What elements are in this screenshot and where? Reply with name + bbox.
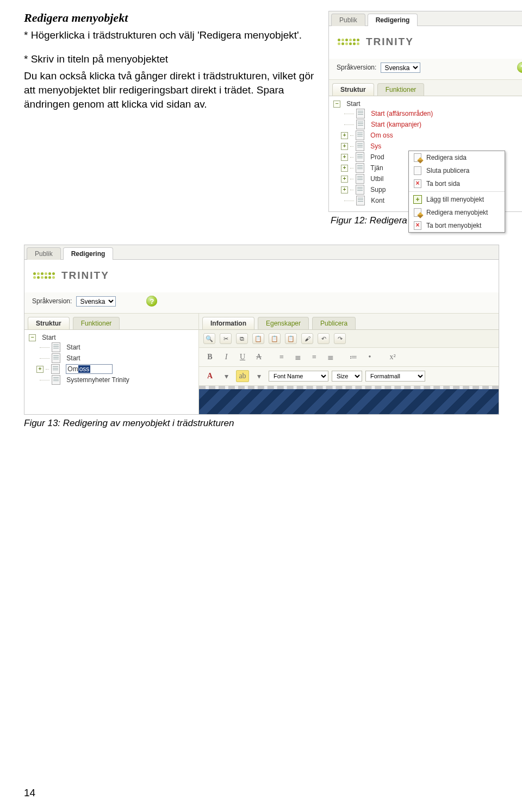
style-select[interactable]: Formatmall xyxy=(365,371,425,382)
tree-utbil[interactable]: Utbil xyxy=(370,175,383,183)
main-tabs-13: Publik Redigering xyxy=(24,245,499,260)
tree-prod[interactable]: Prod xyxy=(370,153,384,161)
undo-icon[interactable]: ↶ xyxy=(318,333,330,344)
section-tabs: Struktur Funktioner xyxy=(329,80,522,96)
sect-tab-funktioner-13[interactable]: Funktioner xyxy=(73,317,120,329)
sect-tab-information[interactable]: Information xyxy=(202,317,254,329)
align-left-icon[interactable]: ≡ xyxy=(275,351,288,363)
sect-tab-funktioner[interactable]: Funktioner xyxy=(377,83,425,96)
help-icon-13[interactable]: ? xyxy=(146,296,157,307)
language-label: Språkversion: xyxy=(337,64,376,71)
add-icon: + xyxy=(413,195,422,204)
tree-start-kamp[interactable]: Start (kampanjer) xyxy=(371,121,421,128)
tree-13-start[interactable]: Start xyxy=(42,334,55,341)
expander-plus-icon[interactable]: + xyxy=(341,186,348,193)
editor-canvas[interactable] xyxy=(199,386,499,414)
ctx-delete-menu[interactable]: Ta bort menyobjekt xyxy=(409,219,505,232)
align-center-icon[interactable]: ≣ xyxy=(291,351,304,363)
language-label-13: Språkversion: xyxy=(32,297,72,305)
find-icon[interactable]: 🔍 xyxy=(203,333,215,344)
font-name-select[interactable]: Font Name xyxy=(269,371,328,382)
cut-icon[interactable]: ✂ xyxy=(220,333,232,344)
sect-tab-egenskaper[interactable]: Egenskaper xyxy=(258,317,309,329)
tree-om[interactable]: Om oss xyxy=(370,132,393,139)
format-row-2: A▾ ab▾ Font Name Size Formatmall xyxy=(199,367,499,386)
ctx-edit-page[interactable]: Redigera sida xyxy=(409,151,505,164)
tab-publik[interactable]: Publik xyxy=(331,14,365,26)
figure-13-panel: Publik Redigering TRINITY Språkversion: … xyxy=(24,245,499,415)
align-justify-icon[interactable]: ≣ xyxy=(324,351,337,363)
tree-view-13[interactable]: − Start Start Start + Om oss Systemnyhet… xyxy=(24,330,198,391)
tree-tjan[interactable]: Tjän xyxy=(370,164,383,172)
expander-minus-icon[interactable]: − xyxy=(29,334,36,341)
strike-button[interactable]: A xyxy=(252,351,265,363)
page-icon xyxy=(356,109,365,118)
page-icon xyxy=(356,185,364,195)
tree-edit-input[interactable]: Om oss xyxy=(66,364,113,374)
copy-icon[interactable]: ⧉ xyxy=(236,333,248,344)
edit-icon xyxy=(414,208,421,217)
font-size-select[interactable]: Size xyxy=(332,371,362,382)
edit-page-icon xyxy=(414,153,421,162)
font-color-button[interactable]: A xyxy=(203,370,216,382)
page-icon xyxy=(356,130,364,140)
redo-icon[interactable]: ↷ xyxy=(334,333,346,344)
underline-button[interactable]: U xyxy=(236,351,249,363)
tab-redigering-13[interactable]: Redigering xyxy=(63,247,114,260)
tree-start[interactable]: Start xyxy=(346,100,360,108)
tree-kont[interactable]: Kont xyxy=(371,197,384,204)
chevron-down-icon[interactable]: ▾ xyxy=(252,370,265,382)
ctx-delete-page[interactable]: Ta bort sida xyxy=(409,177,505,190)
expander-plus-icon[interactable]: + xyxy=(341,143,348,150)
page-icon xyxy=(356,174,364,184)
expander-minus-icon[interactable]: − xyxy=(333,101,340,108)
bold-button[interactable]: B xyxy=(203,351,216,363)
sect-tab-publicera[interactable]: Publicera xyxy=(312,317,356,329)
doc-heading: Redigera menyobjekt xyxy=(24,11,318,25)
page-icon xyxy=(356,196,365,205)
sect-tab-struktur-13[interactable]: Struktur xyxy=(28,317,70,329)
expander-plus-icon[interactable]: + xyxy=(341,154,348,161)
ctx-edit-menu[interactable]: Redigera menyobjekt xyxy=(409,206,505,219)
expander-plus-icon[interactable]: + xyxy=(341,165,348,172)
align-right-icon[interactable]: ≡ xyxy=(308,351,321,363)
tree-sys[interactable]: Sys xyxy=(370,142,381,150)
tab-publik-13[interactable]: Publik xyxy=(27,247,61,260)
figure-13-caption: Figur 13: Redigering av menyobjekt i trä… xyxy=(24,418,498,429)
expander-plus-icon[interactable]: + xyxy=(341,132,348,139)
figure-12-panel: Publik Redigering TRINITY Språkversion: … xyxy=(328,11,522,212)
list-ul-icon[interactable]: • xyxy=(363,351,376,363)
tree-13-sysnews[interactable]: Systemnyheter Trinity xyxy=(66,376,129,384)
chevron-down-icon[interactable]: ▾ xyxy=(220,370,233,382)
language-select[interactable]: Svenska xyxy=(381,63,420,73)
help-icon[interactable]: ? xyxy=(517,62,522,73)
language-select-13[interactable]: Svenska xyxy=(76,296,116,307)
highlight-button[interactable]: ab xyxy=(236,370,249,382)
tree-13-c1[interactable]: Start xyxy=(66,343,80,351)
list-ol-icon[interactable]: ≔ xyxy=(347,351,360,363)
trinity-logo-icon xyxy=(337,32,361,52)
tab-redigering[interactable]: Redigering xyxy=(368,14,418,26)
ctx-add-menu[interactable]: +Lägg till menyobjekt xyxy=(409,193,505,206)
format-paint-icon[interactable]: 🖌 xyxy=(301,333,313,344)
tree-view[interactable]: − Start Start (affärsområden) Start (kam… xyxy=(329,96,522,211)
expander-plus-icon[interactable]: + xyxy=(341,176,348,183)
page-icon xyxy=(356,141,364,151)
tree-start-aff[interactable]: Start (affärsområden) xyxy=(371,110,433,117)
page-icon xyxy=(356,163,364,173)
paste-word-icon[interactable]: 📋 xyxy=(285,333,297,344)
sect-tab-struktur[interactable]: Struktur xyxy=(332,83,374,96)
paste-special-icon[interactable]: 📋 xyxy=(269,333,281,344)
ctx-unpublish[interactable]: Sluta publicera xyxy=(409,164,505,177)
italic-button[interactable]: I xyxy=(220,351,233,363)
superscript-icon[interactable]: x² xyxy=(386,351,399,363)
brand-text-13: TRINITY xyxy=(61,270,109,282)
tree-13-c2[interactable]: Start xyxy=(66,354,80,362)
editor-toolbar: 🔍 ✂ ⧉ 📋 📋 📋 🖌 ↶ ↷ xyxy=(199,330,499,348)
language-row: Språkversion: Svenska ? xyxy=(329,59,522,80)
page-icon xyxy=(52,353,60,363)
paste-icon[interactable]: 📋 xyxy=(252,333,264,344)
tree-supp[interactable]: Supp xyxy=(370,186,386,193)
expander-plus-icon[interactable]: + xyxy=(36,366,44,373)
context-menu: Redigera sida Sluta publicera Ta bort si… xyxy=(408,151,505,233)
